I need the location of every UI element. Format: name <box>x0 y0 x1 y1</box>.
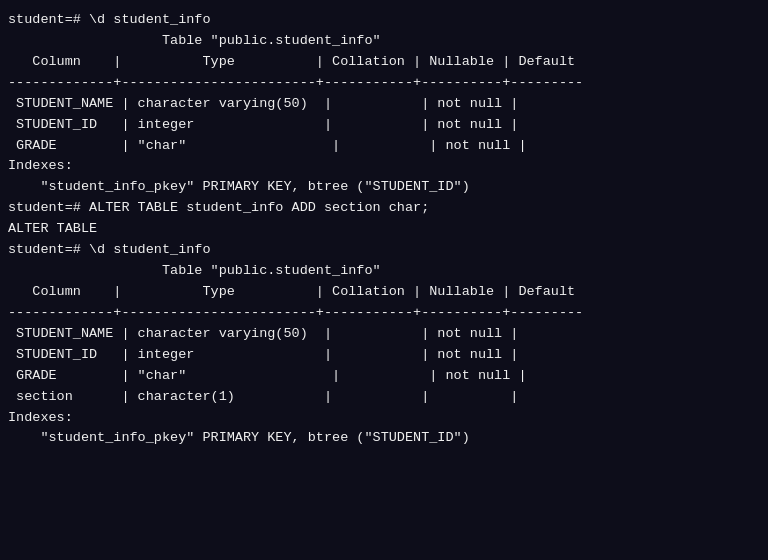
terminal-line: Column | Type | Collation | Nullable | D… <box>8 282 760 303</box>
terminal-line: GRADE | "char" | | not null | <box>8 136 760 157</box>
terminal[interactable]: student=# \d student_info Table "public.… <box>0 0 768 560</box>
terminal-line: section | character(1) | | | <box>8 387 760 408</box>
terminal-line: "student_info_pkey" PRIMARY KEY, btree (… <box>8 177 760 198</box>
terminal-line: Table "public.student_info" <box>8 31 760 52</box>
terminal-line: student=# ALTER TABLE student_info ADD s… <box>8 198 760 219</box>
terminal-line: -------------+------------------------+-… <box>8 303 760 324</box>
terminal-line: student=# \d student_info <box>8 10 760 31</box>
terminal-line: Indexes: <box>8 156 760 177</box>
terminal-line: STUDENT_NAME | character varying(50) | |… <box>8 94 760 115</box>
terminal-line: STUDENT_ID | integer | | not null | <box>8 345 760 366</box>
terminal-line: "student_info_pkey" PRIMARY KEY, btree (… <box>8 428 760 449</box>
terminal-line: -------------+------------------------+-… <box>8 73 760 94</box>
terminal-line: ALTER TABLE <box>8 219 760 240</box>
terminal-line: STUDENT_NAME | character varying(50) | |… <box>8 324 760 345</box>
terminal-line: STUDENT_ID | integer | | not null | <box>8 115 760 136</box>
terminal-line: student=# \d student_info <box>8 240 760 261</box>
terminal-line: Table "public.student_info" <box>8 261 760 282</box>
terminal-line: Column | Type | Collation | Nullable | D… <box>8 52 760 73</box>
terminal-line: Indexes: <box>8 408 760 429</box>
terminal-line: GRADE | "char" | | not null | <box>8 366 760 387</box>
